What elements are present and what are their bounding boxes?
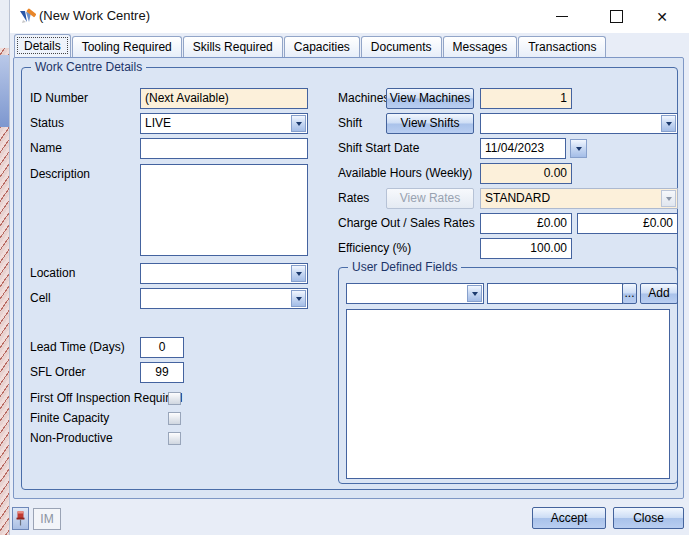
pushpin-button[interactable]	[12, 507, 29, 530]
minimize-button[interactable]	[544, 3, 580, 30]
minimize-icon	[556, 16, 568, 17]
background-window-sliver	[0, 0, 9, 535]
tab-strip: Details Tooling Required Skills Required…	[14, 35, 607, 57]
close-action-button[interactable]: Close	[613, 507, 684, 529]
shift-label: Shift	[338, 113, 362, 134]
tab-transactions[interactable]: Transactions	[518, 36, 606, 57]
udf-field-combo[interactable]	[346, 283, 484, 304]
udf-value-input[interactable]	[487, 283, 623, 304]
tab-skills-required[interactable]: Skills Required	[183, 36, 283, 57]
charge-out-field-2[interactable]: £0.00	[577, 213, 678, 234]
background-selected-row	[0, 55, 9, 127]
view-machines-button[interactable]: View Machines	[386, 88, 474, 109]
name-label: Name	[30, 138, 62, 159]
lead-time-label: Lead Time (Days)	[30, 337, 125, 358]
status-label: Status	[30, 113, 64, 134]
udf-ellipsis-button[interactable]: ...	[622, 283, 637, 304]
finite-capacity-label: Finite Capacity	[30, 408, 109, 429]
non-productive-checkbox[interactable]	[168, 432, 181, 445]
charge-out-field-1[interactable]: £0.00	[480, 213, 572, 234]
sfl-order-field[interactable]: 99	[140, 362, 184, 383]
location-label: Location	[30, 263, 75, 284]
tab-messages[interactable]: Messages	[443, 36, 518, 57]
location-combo[interactable]	[140, 263, 308, 284]
close-icon: ✕	[656, 10, 668, 24]
status-combo[interactable]: LIVE	[140, 113, 308, 134]
tab-documents[interactable]: Documents	[361, 36, 442, 57]
chevron-down-icon[interactable]	[291, 265, 306, 282]
accept-button[interactable]: Accept	[532, 507, 606, 529]
sfl-order-label: SFL Order	[30, 362, 86, 383]
shift-start-date-label: Shift Start Date	[338, 138, 419, 159]
maximize-icon	[610, 10, 623, 23]
name-field[interactable]	[140, 138, 308, 159]
chevron-down-icon[interactable]	[661, 115, 676, 132]
tab-tooling-required[interactable]: Tooling Required	[72, 36, 182, 57]
charge-out-label: Charge Out / Sales Rates	[338, 213, 475, 234]
machines-count-field[interactable]: 1	[480, 88, 572, 109]
udf-list[interactable]	[346, 309, 670, 479]
red-pushpin-icon	[15, 510, 26, 527]
chevron-down-icon[interactable]	[291, 290, 306, 307]
status-value: LIVE	[145, 114, 289, 133]
details-tab-page: Work Centre Details ID Number (Next Avai…	[13, 57, 684, 499]
cell-label: Cell	[30, 288, 51, 309]
non-productive-label: Non-Productive	[30, 428, 113, 449]
first-off-label: First Off Inspection Required	[30, 388, 183, 409]
group-title: Work Centre Details	[31, 60, 146, 74]
available-hours-field[interactable]: 0.00	[480, 163, 572, 184]
view-rates-button: View Rates	[386, 188, 474, 209]
rates-value: STANDARD	[485, 189, 659, 208]
rates-label: Rates	[338, 188, 369, 209]
machines-label: Machines	[338, 88, 389, 109]
finite-capacity-checkbox[interactable]	[168, 412, 181, 425]
app-logo-icon	[18, 7, 36, 25]
description-textarea[interactable]	[140, 164, 308, 256]
view-shifts-button[interactable]: View Shifts	[386, 113, 474, 134]
efficiency-field[interactable]: 100.00	[480, 238, 572, 259]
shift-start-date-field[interactable]: 11/04/2023	[480, 138, 566, 159]
chevron-down-icon	[661, 190, 676, 207]
cell-combo[interactable]	[140, 288, 308, 309]
udf-add-button[interactable]: Add	[640, 283, 678, 304]
lead-time-field[interactable]: 0	[140, 337, 184, 358]
efficiency-label: Efficiency (%)	[338, 238, 411, 259]
screen: (New Work Centre) ✕ Details Tooling Requ…	[0, 0, 689, 535]
rates-combo[interactable]: STANDARD	[480, 188, 678, 209]
udf-group-title: User Defined Fields	[348, 260, 461, 274]
close-button[interactable]: ✕	[644, 3, 680, 30]
tab-capacities[interactable]: Capacities	[284, 36, 360, 57]
title-bar: (New Work Centre) ✕	[10, 0, 689, 33]
id-number-field[interactable]: (Next Available)	[140, 88, 308, 109]
tab-details[interactable]: Details	[14, 34, 71, 57]
description-label: Description	[30, 164, 90, 185]
chevron-down-icon	[576, 147, 582, 151]
shift-start-date-dropdown-button[interactable]	[570, 139, 587, 158]
new-work-centre-dialog: (New Work Centre) ✕ Details Tooling Requ…	[9, 0, 689, 535]
window-title: (New Work Centre)	[39, 8, 150, 23]
shift-combo[interactable]	[480, 113, 678, 134]
id-number-label: ID Number	[30, 88, 88, 109]
maximize-button[interactable]	[598, 3, 634, 30]
chevron-down-icon[interactable]	[467, 285, 482, 302]
chevron-down-icon[interactable]	[291, 115, 306, 132]
first-off-checkbox[interactable]	[168, 392, 181, 405]
im-button[interactable]: IM	[33, 508, 61, 530]
available-hours-label: Available Hours (Weekly)	[338, 163, 472, 184]
